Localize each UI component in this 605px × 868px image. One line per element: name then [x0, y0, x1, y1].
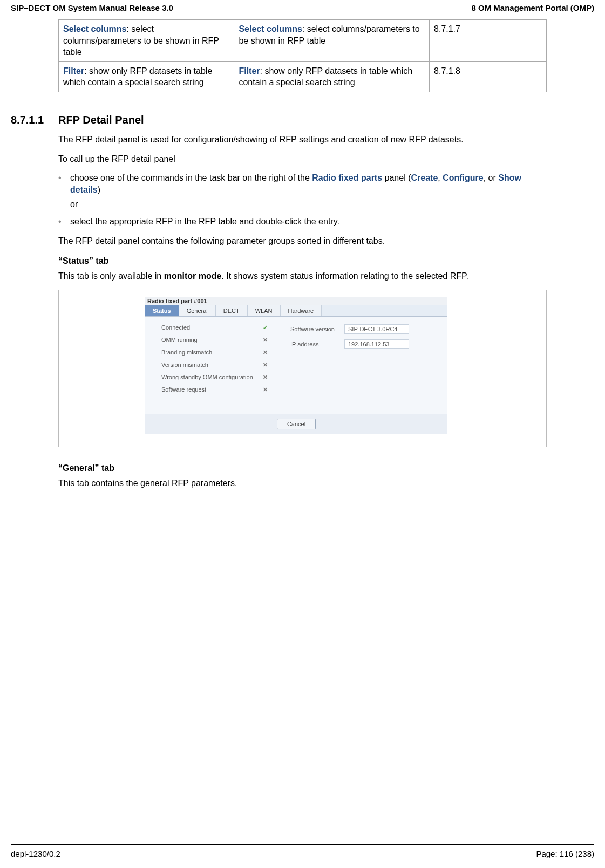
page-header: SIP–DECT OM System Manual Release 3.0 8 … [0, 0, 605, 16]
status-label: IP address [290, 341, 344, 347]
table-row: Filter: show only RFP datasets in table … [59, 61, 547, 92]
cmd-ref: 8.7.1.7 [430, 20, 547, 62]
status-label: Branding mismatch [161, 349, 261, 356]
subsection-heading: “General” tab [58, 463, 547, 473]
status-label: Wrong standby OMM configuration [161, 374, 261, 380]
cross-icon: ✕ [261, 337, 269, 344]
rfp-detail-panel: Radio fixed part #001 Status General DEC… [145, 297, 447, 434]
subsection-heading: “Status” tab [58, 256, 547, 266]
cancel-button[interactable]: Cancel [277, 419, 316, 429]
cmd-keyword: Filter [239, 66, 260, 76]
cross-icon: ✕ [261, 349, 269, 356]
status-label: Software request [161, 386, 261, 393]
panel-tabs: Status General DECT WLAN Hardware [145, 305, 447, 317]
list-item: choose one of the commands in the task b… [58, 172, 547, 210]
paragraph: The RFP detail panel is used for configu… [58, 134, 547, 146]
header-right: 8 OM Management Portal (OMP) [471, 3, 594, 12]
paragraph: This tab contains the general RFP parame… [58, 477, 547, 489]
emphasis: monitor mode [164, 271, 222, 281]
tab-hardware[interactable]: Hardware [281, 305, 322, 316]
cross-icon: ✕ [261, 361, 269, 368]
paragraph: This tab is only available in monitor mo… [58, 270, 547, 282]
keyword: Configure [443, 173, 484, 182]
panel-body: Connected✓ OMM running✕ Branding mismatc… [145, 317, 447, 414]
cmd-ref: 8.7.1.8 [430, 61, 547, 92]
page-footer: depl-1230/0.2 Page: 116 (238) [11, 844, 594, 858]
cmd-keyword: Filter [63, 66, 84, 76]
status-right-column: Software versionSIP-DECT 3.0RC4 IP addre… [290, 324, 409, 399]
cross-icon: ✕ [261, 374, 269, 381]
table-row: Select columns: select columns/parameter… [59, 20, 547, 62]
section-title: RFP Detail Panel [58, 114, 144, 126]
panel-title: Radio fixed part #001 [145, 297, 447, 305]
screenshot-figure: Radio fixed part #001 Status General DEC… [58, 290, 547, 447]
bullet-list: choose one of the commands in the task b… [58, 172, 547, 227]
paragraph: To call up the RFP detail panel [58, 153, 547, 165]
status-row: Branding mismatch✕ [161, 349, 269, 356]
keyword: Create [411, 173, 438, 182]
status-row: Wrong standby OMM configuration✕ [161, 374, 269, 381]
paragraph: The RFP detail panel contains the follow… [58, 235, 547, 247]
status-label: Connected [161, 324, 261, 331]
status-row: OMM running✕ [161, 337, 269, 344]
section-number: 8.7.1.1 [11, 114, 58, 126]
status-label: OMM running [161, 337, 261, 343]
keyword: Radio fixed parts [312, 173, 382, 182]
status-label: Version mismatch [161, 361, 261, 368]
section-heading: 8.7.1.1RFP Detail Panel [11, 114, 547, 126]
cmd-keyword: Select columns [239, 24, 302, 33]
status-row: Software versionSIP-DECT 3.0RC4 [290, 324, 409, 334]
cmd-keyword: Select columns [63, 24, 126, 33]
cmd-desc: : show only RFP datasets in table which … [63, 66, 212, 87]
list-item-or: or [70, 199, 547, 210]
status-row: Connected✓ [161, 324, 269, 331]
header-left: SIP–DECT OM System Manual Release 3.0 [11, 3, 173, 12]
list-item: select the appropriate RFP in the RFP ta… [58, 216, 547, 228]
footer-left: depl-1230/0.2 [11, 849, 60, 858]
commands-table: Select columns: select columns/parameter… [58, 19, 547, 92]
check-icon: ✓ [261, 324, 269, 331]
tab-general[interactable]: General [179, 305, 216, 316]
status-left-column: Connected✓ OMM running✕ Branding mismatc… [161, 324, 269, 399]
cross-icon: ✕ [261, 386, 269, 393]
tab-dect[interactable]: DECT [216, 305, 248, 316]
tab-wlan[interactable]: WLAN [248, 305, 281, 316]
status-row: Version mismatch✕ [161, 361, 269, 368]
status-label: Software version [290, 326, 344, 332]
panel-footer: Cancel [145, 414, 447, 434]
tab-status[interactable]: Status [145, 305, 179, 316]
status-value: 192.168.112.53 [344, 339, 409, 349]
status-row: Software request✕ [161, 386, 269, 393]
footer-right: Page: 116 (238) [536, 849, 594, 858]
cmd-desc: : show only RFP datasets in table which … [239, 66, 412, 87]
status-row: IP address192.168.112.53 [290, 339, 409, 349]
status-value: SIP-DECT 3.0RC4 [344, 324, 409, 334]
